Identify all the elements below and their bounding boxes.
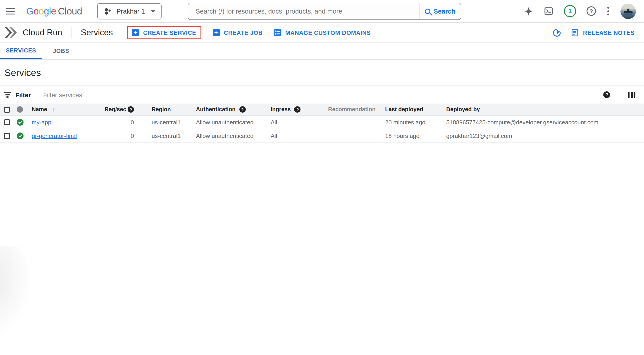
ingress-column-label: Ingress [271,106,291,113]
column-header-ingress[interactable]: Ingress ? [271,106,328,113]
manage-domains-label: MANAGE CUSTOM DOMAINS [285,29,371,36]
manage-custom-domains-button[interactable]: MANAGE CUSTOM DOMAINS [274,29,371,36]
create-service-button[interactable]: + CREATE SERVICE [132,29,196,36]
notifications-badge[interactable]: 1 [564,5,576,17]
header-actions: + CREATE SERVICE + CREATE JOB MANAGE CUS… [127,26,371,39]
table-help-icon[interactable]: ? [603,91,610,98]
authentication-cell: Allow unauthenticated [196,119,271,126]
table-body: my-app 0 us-central1 Allow unauthenticat… [0,116,644,143]
table-row: qr-generator-final 0 us-central1 Allow u… [0,129,644,143]
region-column-label: Region [152,106,171,113]
user-avatar[interactable] [620,3,636,19]
service-name-link[interactable]: qr-generator-final [32,132,77,139]
more-options-icon[interactable] [606,6,610,16]
filter-input[interactable] [43,91,603,98]
top-right-icons: 1 ? [524,3,636,19]
region-cell: us-central1 [135,132,196,139]
create-job-button[interactable]: + CREATE JOB [212,29,263,36]
req-sec-column-label: Req/sec [104,106,126,113]
project-hexagons-icon [104,7,112,15]
cloud-shell-icon[interactable] [544,6,554,16]
last-deployed-cell: 20 minutes ago [385,119,446,126]
status-ok-icon [17,119,24,126]
ingress-cell: All [271,119,328,126]
corner-shadow [0,247,68,355]
authentication-cell: Allow unauthenticated [196,132,271,139]
column-header-deployed-by[interactable]: Deployed by [446,106,644,113]
project-selector[interactable]: Prakhar 1 [98,3,162,19]
tab-jobs[interactable]: JOBS [42,43,80,59]
ingress-cell: All [271,132,328,139]
authentication-column-label: Authentication [196,106,236,113]
page-title: Services [4,67,644,78]
ingress-help-icon[interactable]: ? [294,106,301,113]
tab-bar: SERVICES JOBS [0,43,644,60]
region-cell: us-central1 [135,119,196,126]
plus-icon: + [212,29,220,36]
column-header-last-deployed[interactable]: Last deployed [385,106,446,113]
top-bar: GoogleCloud Prakhar 1 Search [0,0,644,23]
column-header-authentication[interactable]: Authentication ? [196,106,271,113]
refresh-icon[interactable] [552,27,562,38]
release-notes-doc-icon [572,28,579,37]
recommendation-column-label: Recommendation [328,106,376,113]
tab-services[interactable]: SERVICES [0,43,42,59]
help-glyph: ? [296,107,299,112]
filter-label: Filter [16,91,31,98]
help-glyph: ? [590,8,593,14]
global-search: Search [188,2,461,20]
row-checkbox[interactable] [4,133,10,139]
red-annotation-box: + CREATE SERVICE [127,26,201,39]
google-cloud-logo[interactable]: GoogleCloud [26,6,82,16]
filter-bar: Filter ? [0,86,644,104]
help-icon[interactable]: ? [586,6,596,16]
req-sec-cell: 0 [104,119,135,126]
filter-divider [619,90,619,99]
name-column-label: Name [32,106,47,113]
search-input[interactable] [188,3,419,19]
req-sec-help-icon[interactable]: ? [128,106,134,113]
cloud-logo-suffix: Cloud [58,6,82,16]
section-title: Services [81,27,113,37]
google-logo-word: Google [26,6,56,16]
chevron-down-icon [151,10,155,12]
create-service-label: CREATE SERVICE [143,29,196,36]
page-header: Cloud Run Services + CREATE SERVICE + CR… [0,23,644,43]
select-all-checkbox[interactable] [4,106,10,112]
gemini-sparkle-icon[interactable] [524,6,534,16]
status-column-icon [17,106,23,113]
cloud-run-logo-icon [4,27,18,38]
column-header-region[interactable]: Region [135,106,196,113]
header-right-actions: RELEASE NOTES [553,28,634,37]
sort-ascending-icon: ↑ [52,106,56,113]
table-row: my-app 0 us-central1 Allow unauthenticat… [0,116,644,129]
header-divider [72,27,72,38]
plus-icon: + [132,29,139,36]
product-title: Cloud Run [23,27,62,37]
table-header: Name ↑ Req/sec ? Region Authentication ?… [0,104,644,116]
deployed-by-cell: 518896577425-compute@developer.gservicea… [446,119,644,126]
menu-icon[interactable] [6,8,15,14]
help-glyph: ? [241,107,244,112]
column-header-req-sec[interactable]: Req/sec ? [104,106,135,113]
deployed-by-cell: gprakhar123@gmail.com [446,132,644,139]
column-header-recommendation: Recommendation [328,106,385,113]
service-name-link[interactable]: my-app [32,119,51,126]
column-display-options-icon[interactable] [628,92,636,98]
column-header-name[interactable]: Name ↑ [32,106,104,113]
last-deployed-cell: 18 hours ago [385,132,446,139]
row-checkbox[interactable] [4,119,10,125]
authentication-help-icon[interactable]: ? [239,106,246,113]
help-glyph: ? [605,92,608,97]
domains-icon [274,29,281,36]
search-button-label: Search [434,7,456,15]
deployed-by-column-label: Deployed by [446,106,480,113]
filter-funnel-icon [4,92,11,98]
release-notes-button[interactable]: RELEASE NOTES [572,28,634,37]
last-deployed-column-label: Last deployed [385,106,423,113]
search-icon [425,8,430,14]
create-job-label: CREATE JOB [224,29,263,36]
status-ok-icon [17,132,24,139]
search-button[interactable]: Search [419,3,461,19]
cloud-console-app: GoogleCloud Prakhar 1 Search [0,0,644,355]
